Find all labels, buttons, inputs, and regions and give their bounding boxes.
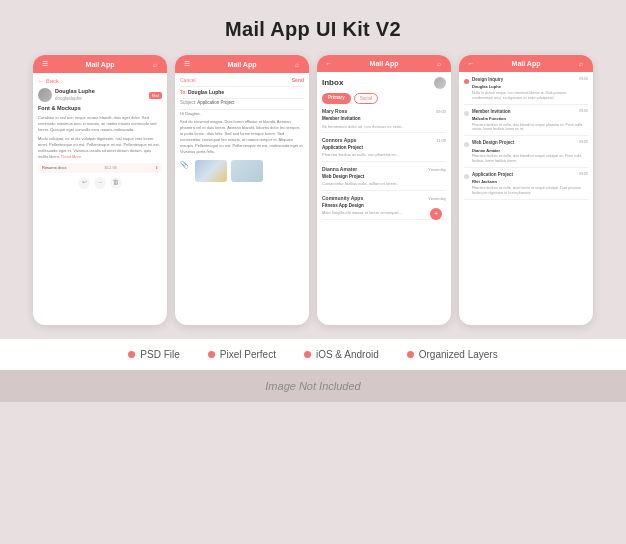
- divider-2: [180, 98, 304, 99]
- p4-preview-2: Pharetra facilisis mi nulla, duis blandi…: [472, 123, 588, 133]
- phone-mail-list: ← Mail App ⌕ Design Inquiry 09:00 Dougla…: [459, 55, 593, 325]
- compose-greeting: Hi Douglas,: [180, 111, 304, 117]
- phone-compose: ☰ Mail App ⌕ Cancel Send To: Douglas Lup…: [175, 55, 309, 325]
- mail-badge: Mail: [149, 92, 162, 100]
- p4-item-content-3: Web Design Project 09:00 Dianne Amater P…: [472, 140, 588, 164]
- feature-dot-psd: [128, 351, 135, 358]
- back-nav[interactable]: ← Back: [38, 77, 162, 85]
- active-dot-1: [464, 79, 469, 84]
- send-button[interactable]: Send: [292, 77, 304, 84]
- to-label: To:: [180, 90, 188, 95]
- p4-name-1: Douglas Luphe: [472, 84, 588, 90]
- read-more-link[interactable]: Read More: [61, 154, 81, 159]
- feature-label-layers: Organized Layers: [419, 349, 498, 360]
- inactive-dot-2: [464, 111, 469, 116]
- sender-4: Community Apps: [322, 195, 363, 202]
- p4-time-3: 09:00: [579, 140, 588, 146]
- attachment-size: $12.68: [105, 165, 117, 171]
- p4-sender-3: Web Design Project: [472, 140, 514, 146]
- phone-1-bar: ☰ Mail App ⌕: [33, 55, 167, 73]
- p4-time-1: 09:00: [579, 77, 588, 83]
- feature-label-pixel: Pixel Perfect: [220, 349, 276, 360]
- divider-1: [180, 86, 304, 87]
- p4-preview-4: Pharetra facilisis mi nulla, amet lorem …: [472, 186, 588, 196]
- p4-time-4: 09:00: [579, 172, 588, 178]
- p4-sender-2: Member Invitation: [472, 109, 511, 115]
- mail-item-1[interactable]: Mary Ross 09:00 Member Invitation Sit fe…: [322, 108, 446, 133]
- page-title: Mail App UI Kit V2: [0, 18, 626, 41]
- para-2: Morbi volutpat, ex at dui volutpat digni…: [38, 136, 162, 160]
- inactive-dot-4: [464, 174, 469, 179]
- para-1: Curabitur in nisl non neque ornare bland…: [38, 115, 162, 133]
- mail-item-4[interactable]: Community Apps Yesterday Fitness App Des…: [322, 195, 446, 220]
- mail-list-3: Mary Ross 09:00 Member Invitation Sit fe…: [322, 108, 446, 224]
- cancel-button[interactable]: Cancel: [180, 77, 196, 84]
- p4-name-2: Malcolm Function: [472, 116, 588, 122]
- search-icon-4[interactable]: ⌕: [576, 60, 586, 67]
- p4-sender-4: Application Project: [472, 172, 513, 178]
- phone-1-title: Mail App: [50, 61, 150, 68]
- download-icon[interactable]: ⬇: [155, 165, 158, 171]
- time-1: 09:00: [436, 109, 446, 115]
- feature-label-psd: PSD File: [140, 349, 179, 360]
- subject-label: Subject:: [180, 100, 197, 105]
- delete-button[interactable]: 🗑: [110, 177, 122, 189]
- reply-button[interactable]: ↩: [78, 177, 90, 189]
- attachment-row: Resume.docx $12.68 ⬇: [38, 163, 162, 173]
- inbox-header: Inbox: [322, 77, 446, 89]
- tab-primary[interactable]: Primary: [322, 93, 351, 104]
- p4-mail-item-4[interactable]: Application Project 09:00 Rhit Jackson P…: [464, 172, 588, 200]
- sender-3: Dianna Amater: [322, 166, 357, 173]
- phone-3-content: Inbox Primary Social Mary Ross 09:00 Mem…: [317, 72, 451, 325]
- feature-pixel: Pixel Perfect: [208, 349, 276, 360]
- phone-4-content: Design Inquiry 09:00 Douglas Luphe Nulla…: [459, 72, 593, 325]
- menu-icon[interactable]: ☰: [40, 60, 50, 68]
- inbox-title: Inbox: [322, 77, 343, 88]
- to-name: Douglas Luphe: [188, 89, 224, 95]
- sender-2: Connors Apps: [322, 137, 356, 144]
- p4-item-content-1: Design Inquiry 09:00 Douglas Luphe Nulla…: [472, 77, 588, 101]
- mail-item-2[interactable]: Connors Apps 11:00 Application Project P…: [322, 137, 446, 162]
- phone-3-title: Mail App: [334, 60, 434, 67]
- feature-dot-pixel: [208, 351, 215, 358]
- p4-mail-item-3[interactable]: Web Design Project 09:00 Dianne Amater P…: [464, 140, 588, 168]
- phone-2-title: Mail App: [192, 61, 292, 68]
- phone-4-title: Mail App: [476, 60, 576, 67]
- preview-4: Main fringilla elit massa et lorem conse…: [322, 210, 446, 216]
- p4-time-2: 09:00: [579, 109, 588, 115]
- preview-3: Consectetur facilius nulla, nullam et lo…: [322, 181, 446, 187]
- search-icon[interactable]: ⌕: [150, 61, 160, 68]
- inbox-tabs: Primary Social: [322, 93, 446, 104]
- feature-layers: Organized Layers: [407, 349, 498, 360]
- subject-field: Subject: Application Project: [180, 100, 304, 106]
- search-icon-2[interactable]: ⌕: [292, 61, 302, 68]
- feature-label-ios: iOS & Android: [316, 349, 379, 360]
- bottom-note: Image Not Included: [0, 370, 626, 402]
- subject-4: Fitness App Design: [322, 203, 446, 209]
- menu-icon-2[interactable]: ☰: [182, 60, 192, 68]
- image-thumb-2: [231, 160, 263, 182]
- feature-dot-ios: [304, 351, 311, 358]
- search-icon-3[interactable]: ⌕: [434, 60, 444, 67]
- subject-1: Member Invitation: [322, 116, 446, 122]
- phone-1-content: ← Back Douglas Luphe douglasluphe Mail F…: [33, 73, 167, 325]
- fab-compose[interactable]: +: [430, 208, 442, 220]
- feature-psd: PSD File: [128, 349, 179, 360]
- tab-social[interactable]: Social: [354, 93, 378, 104]
- forward-button[interactable]: →: [94, 177, 106, 189]
- back-icon-3[interactable]: ←: [324, 60, 334, 67]
- to-field: To: Douglas Luphe: [180, 89, 304, 96]
- feature-dot-layers: [407, 351, 414, 358]
- avatar: [38, 88, 52, 102]
- p4-mail-item-1[interactable]: Design Inquiry 09:00 Douglas Luphe Nulla…: [464, 77, 588, 105]
- feature-ios: iOS & Android: [304, 349, 379, 360]
- mail-item-3[interactable]: Dianna Amater Yesterday Web Design Proje…: [322, 166, 446, 191]
- back-icon-4[interactable]: ←: [466, 60, 476, 67]
- image-thumb-1: [195, 160, 227, 182]
- p4-preview-3: Pharetra facilisis mi nulla, duis blandi…: [472, 154, 588, 164]
- p4-mail-item-2[interactable]: Member Invitation 09:00 Malcolm Function…: [464, 109, 588, 137]
- phones-container: ☰ Mail App ⌕ ← Back Douglas Luphe dougla…: [0, 55, 626, 339]
- phone-inbox: ← Mail App ⌕ Inbox Primary Social Mary R…: [317, 55, 451, 325]
- user-info: Douglas Luphe douglasluphe: [55, 88, 95, 102]
- subject-3: Web Design Project: [322, 174, 446, 180]
